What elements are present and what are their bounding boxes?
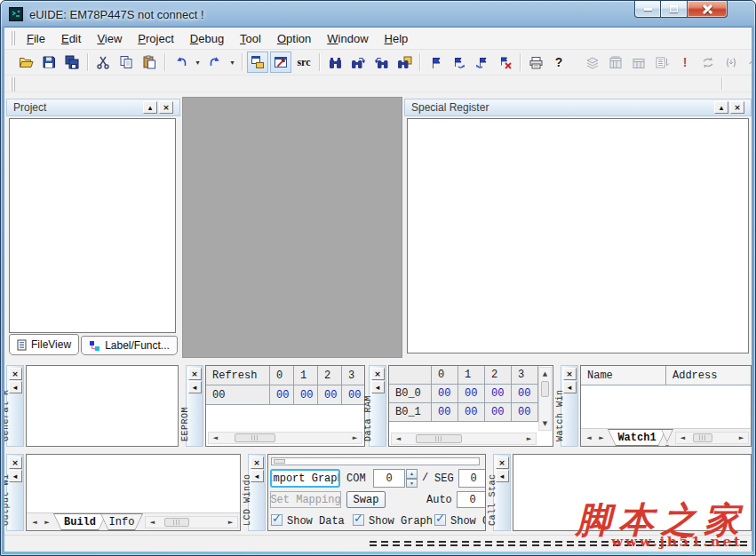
toggle-workspace-button[interactable]: [247, 52, 268, 73]
data-ram-strip[interactable]: × ◂ Data RAM: [369, 365, 386, 447]
menu-file[interactable]: File: [19, 28, 53, 49]
close-button[interactable]: [687, 1, 728, 18]
next-bookmark-button[interactable]: [448, 52, 469, 73]
save-all-button[interactable]: [61, 52, 83, 73]
data-ram-cell[interactable]: 00: [512, 385, 538, 403]
help-button[interactable]: ?: [548, 52, 569, 73]
step-over-button[interactable]: [744, 52, 752, 73]
program-list-button[interactable]: [651, 52, 672, 73]
general-register-strip[interactable]: × ◂ General R: [6, 365, 24, 447]
copy-button[interactable]: [115, 52, 137, 73]
toolbar-grip[interactable]: [11, 77, 15, 91]
data-ram-cell[interactable]: 00: [485, 385, 512, 403]
auto-input[interactable]: 0: [457, 491, 486, 508]
menubar-grip[interactable]: [11, 31, 15, 45]
set-mapping-button[interactable]: Set Mapping: [270, 491, 341, 508]
menu-help[interactable]: Help: [377, 28, 417, 49]
step-into-button[interactable]: [720, 52, 742, 73]
undo-button[interactable]: [170, 52, 191, 73]
lcd-slider-thumb[interactable]: [274, 459, 285, 464]
panel-close-button[interactable]: ×: [188, 368, 202, 380]
tab-watch1[interactable]: Watch1: [608, 429, 666, 446]
menu-view[interactable]: View: [89, 28, 130, 49]
scroll-left-button[interactable]: ◄: [392, 433, 405, 444]
output-hscrollbar[interactable]: ◄ ►: [145, 516, 238, 528]
previous-bookmark-button[interactable]: [471, 52, 492, 73]
show-data-checkbox[interactable]: ✓: [271, 514, 283, 526]
scroll-right-button[interactable]: ►: [348, 433, 362, 443]
compile-button[interactable]: [582, 52, 603, 73]
panel-collapse-button[interactable]: ◂: [371, 381, 385, 393]
rebuild-all-button[interactable]: [628, 52, 649, 73]
panel-close-button[interactable]: ×: [730, 101, 744, 114]
print-button[interactable]: [525, 52, 546, 73]
panel-minimize-button[interactable]: ▴: [714, 101, 728, 114]
tab-scroll-left-button[interactable]: ◄: [28, 515, 41, 529]
tab-watch-next[interactable]: [661, 429, 673, 446]
scroll-thumb[interactable]: [693, 433, 712, 442]
redo-dropdown[interactable]: ▾: [227, 52, 237, 73]
scroll-down-button[interactable]: ▼: [539, 417, 551, 430]
find-next-button[interactable]: [347, 52, 369, 73]
swap-button[interactable]: Swap: [346, 491, 386, 508]
tab-label-function[interactable]: Label/Funct...: [81, 336, 178, 355]
com-spinner[interactable]: ▲ ▼: [406, 469, 418, 488]
find-previous-button[interactable]: [370, 52, 392, 73]
scroll-right-button[interactable]: ►: [224, 517, 237, 528]
menu-window[interactable]: Window: [319, 28, 376, 49]
save-button[interactable]: [38, 52, 60, 73]
special-register-list[interactable]: [407, 118, 749, 353]
maximize-button[interactable]: [661, 1, 687, 18]
scroll-thumb[interactable]: [541, 381, 549, 397]
show-graph-checkbox[interactable]: ✓: [353, 514, 364, 526]
panel-collapse-button[interactable]: ◂: [188, 381, 202, 393]
import-graph-button[interactable]: Import Graph: [270, 469, 340, 488]
project-panel-header[interactable]: Project ▴ ×: [6, 99, 180, 116]
scroll-left-button[interactable]: ◄: [209, 433, 222, 443]
view-source-button[interactable]: src: [293, 52, 314, 73]
find-in-files-button[interactable]: [394, 52, 415, 73]
eeprom-strip[interactable]: × ◂ EEPROM: [186, 365, 203, 447]
general-register-list[interactable]: [26, 365, 179, 447]
tab-build[interactable]: Build: [53, 513, 107, 530]
panel-close-button[interactable]: ×: [563, 368, 577, 380]
eeprom-cell[interactable]: 00: [270, 385, 294, 405]
spinner-up-icon[interactable]: ▲: [406, 469, 418, 479]
find-button[interactable]: [324, 52, 346, 73]
menu-option[interactable]: Option: [269, 28, 319, 49]
scroll-left-button[interactable]: ◄: [146, 517, 159, 528]
eeprom-cell[interactable]: 00: [294, 385, 318, 405]
panel-close-button[interactable]: ×: [371, 368, 385, 380]
panel-close-button[interactable]: ×: [159, 101, 173, 114]
panel-close-button[interactable]: ×: [9, 457, 22, 469]
watch-strip[interactable]: × ◂ Watch Win: [561, 365, 578, 447]
menu-debug[interactable]: Debug: [182, 28, 232, 49]
scroll-right-button[interactable]: ►: [735, 433, 748, 443]
eeprom-cell[interactable]: 00: [342, 385, 365, 405]
show-com-checkbox[interactable]: ✓: [434, 514, 446, 526]
paste-button[interactable]: [139, 52, 160, 73]
build-button[interactable]: [605, 52, 626, 73]
watch-hscrollbar[interactable]: ◄ ►: [675, 432, 749, 444]
data-ram-hscrollbar[interactable]: ◄ ►: [391, 433, 537, 445]
scroll-right-button[interactable]: ►: [522, 433, 536, 444]
scroll-thumb[interactable]: [416, 434, 462, 443]
cut-button[interactable]: [92, 52, 114, 73]
tab-scroll-left-button[interactable]: ◄: [583, 431, 595, 445]
scroll-thumb[interactable]: [235, 433, 275, 442]
scroll-left-button[interactable]: ◄: [676, 433, 689, 443]
tab-fileview[interactable]: FileView: [9, 334, 79, 355]
data-ram-cell[interactable]: 00: [458, 403, 485, 422]
tab-info[interactable]: Info: [100, 513, 143, 530]
panel-close-button[interactable]: ×: [251, 457, 264, 469]
output-strip[interactable]: × ◂ Output Wi: [6, 454, 24, 531]
seg-input[interactable]: 0: [458, 469, 486, 488]
menu-project[interactable]: Project: [130, 28, 181, 49]
menu-edit[interactable]: Edit: [53, 28, 89, 49]
tab-scroll-right-button[interactable]: ►: [41, 515, 53, 529]
eeprom-cell[interactable]: 00: [318, 385, 342, 405]
com-input[interactable]: 0: [373, 469, 405, 488]
eeprom-hscrollbar[interactable]: ◄ ►: [208, 432, 362, 444]
panel-close-button[interactable]: ×: [496, 457, 509, 469]
spinner-down-icon[interactable]: ▼: [406, 479, 418, 488]
